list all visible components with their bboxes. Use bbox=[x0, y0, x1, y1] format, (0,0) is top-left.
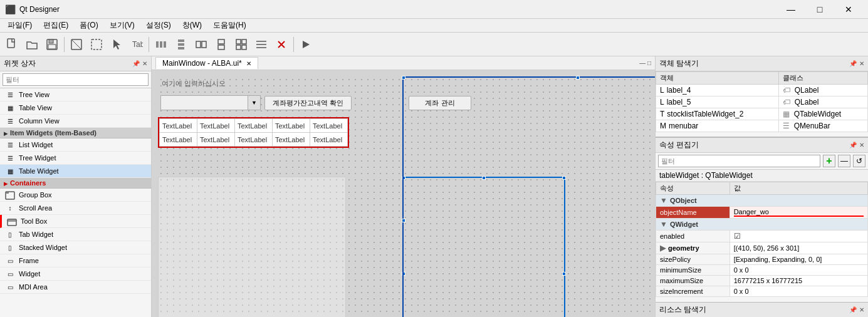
menu-help[interactable]: 도움말(H) bbox=[208, 19, 251, 32]
resource-close[interactable]: ✕ bbox=[859, 306, 864, 313]
prop-col-property: 속성 bbox=[656, 182, 730, 195]
list-item-stacked-widget[interactable]: ▯ Stacked Widget bbox=[0, 241, 151, 254]
prop-row-sizeincrement[interactable]: sizeIncrement 0 x 0 bbox=[656, 286, 868, 297]
expand-icon[interactable]: ▼ bbox=[660, 196, 667, 205]
list-item-widget[interactable]: ▭ Widget bbox=[0, 268, 151, 281]
table-widget-red-border[interactable]: TextLabel TextLabel TextLabel TextLabel … bbox=[158, 117, 349, 148]
table-cell: TextLabel bbox=[310, 133, 348, 147]
prop-row-sizepolicy[interactable]: sizePolicy [Expanding, Expanding, 0, 0] bbox=[656, 254, 868, 265]
handle-mr[interactable] bbox=[562, 272, 566, 276]
list-item-scroll-area[interactable]: ↕ Scroll Area bbox=[0, 202, 151, 215]
list-item[interactable]: ☰ List Widget bbox=[0, 138, 151, 152]
list-item-tool-box[interactable]: Tool Box bbox=[0, 215, 151, 228]
tab-order-button[interactable]: Tab bbox=[127, 35, 146, 54]
table-row[interactable]: Llabel_4 🏷 QLabel bbox=[656, 85, 868, 96]
handle-outer-ml[interactable] bbox=[402, 219, 405, 222]
list-item-group-box[interactable]: Group Box bbox=[0, 189, 151, 202]
svg-marker-28 bbox=[303, 41, 310, 48]
list-item[interactable]: ☰ Tree Widget bbox=[0, 152, 151, 165]
prop-row-minimumsize[interactable]: minimumSize 0 x 0 bbox=[656, 265, 868, 276]
widget-box-close[interactable]: ✕ bbox=[142, 60, 147, 67]
table-row[interactable]: Llabel_5 🏷 QLabel bbox=[656, 96, 868, 108]
save-button[interactable] bbox=[43, 35, 61, 54]
menu-form[interactable]: 폼(O) bbox=[75, 19, 103, 32]
deselect-button[interactable] bbox=[87, 35, 106, 54]
layout-h-button[interactable] bbox=[152, 35, 170, 54]
new-button[interactable] bbox=[3, 35, 21, 54]
layout-split-h-button[interactable] bbox=[192, 35, 211, 54]
list-item-tab-widget[interactable]: ▯ Tab Widget bbox=[0, 228, 151, 241]
preview-button[interactable] bbox=[296, 35, 315, 54]
select-button[interactable] bbox=[67, 35, 86, 54]
menu-window[interactable]: 창(W) bbox=[177, 19, 207, 32]
menu-settings[interactable]: 설정(S) bbox=[141, 19, 176, 32]
handle-ml[interactable] bbox=[402, 272, 405, 276]
list-item[interactable]: ☰ Column View bbox=[0, 115, 151, 128]
prop-editor-pin[interactable]: 📌 bbox=[849, 142, 857, 148]
property-subheader: tableWidget : QTableWidget bbox=[656, 170, 868, 182]
prop-editor-close[interactable]: ✕ bbox=[859, 142, 864, 148]
menu-view[interactable]: 보기(V) bbox=[105, 19, 140, 32]
widget-label: Stacked Widget bbox=[19, 244, 67, 251]
widget-label: Frame bbox=[19, 257, 39, 264]
prop-value[interactable] bbox=[729, 207, 867, 219]
open-button[interactable] bbox=[23, 35, 41, 54]
handle-tl[interactable] bbox=[402, 176, 405, 180]
table-row[interactable]: Mmenubar ☰ QMenuBar bbox=[656, 120, 868, 132]
pointer-button[interactable] bbox=[107, 35, 126, 54]
menu-edit[interactable]: 편집(E) bbox=[38, 19, 73, 32]
handle-tr[interactable] bbox=[562, 176, 566, 180]
layout-grid-button[interactable] bbox=[232, 35, 251, 54]
list-item-mdi-area[interactable]: ▭ MDI Area bbox=[0, 281, 151, 294]
combo-dropdown[interactable]: ▼ bbox=[248, 95, 261, 110]
prop-row-geometry[interactable]: ▶geometry [(410, 50), 256 x 301] bbox=[656, 242, 868, 254]
menu-file[interactable]: 파일(F) bbox=[3, 19, 37, 32]
prop-row-objectname[interactable]: objectName bbox=[656, 207, 868, 219]
canvas-frame-widget[interactable] bbox=[158, 177, 346, 317]
prop-row-maximumsize[interactable]: maximumSize 16777215 x 16777215 bbox=[656, 276, 868, 286]
layout-split-v-button[interactable] bbox=[212, 35, 231, 54]
obj-explorer-close[interactable]: ✕ bbox=[859, 60, 864, 67]
list-item[interactable]: ☰ Tree View bbox=[0, 88, 151, 101]
btn-account-manage[interactable]: 계좌 관리 bbox=[409, 96, 471, 110]
prop-name: enabled bbox=[656, 231, 730, 242]
property-reset-btn[interactable]: ↺ bbox=[853, 155, 865, 167]
minimize-button[interactable]: — bbox=[776, 0, 805, 19]
list-item-table-widget[interactable]: ▦ Table Widget bbox=[0, 165, 151, 178]
close-button[interactable]: ✕ bbox=[834, 0, 863, 19]
widget-label: Tree View bbox=[19, 91, 50, 98]
maximize-button[interactable]: □ bbox=[805, 0, 834, 19]
property-filter-input[interactable] bbox=[658, 155, 820, 167]
list-item-frame[interactable]: ▭ Frame bbox=[0, 254, 151, 268]
object-explorer: 객체 탐색기 📌 ✕ 객체 클래스 Llabel bbox=[656, 56, 868, 138]
svg-rect-14 bbox=[178, 47, 184, 49]
obj-explorer-pin[interactable]: 📌 bbox=[849, 60, 857, 67]
canvas-tab[interactable]: MainWindow - ALBA.ui* ✕ bbox=[155, 57, 258, 69]
obj-class: 🏷 QLabel bbox=[778, 96, 867, 108]
prop-name: sizeIncrement bbox=[656, 286, 730, 297]
prop-row-enabled[interactable]: enabled ☑ bbox=[656, 231, 868, 242]
expand-icon-2[interactable]: ▼ bbox=[660, 220, 667, 229]
combo-box[interactable] bbox=[160, 95, 248, 110]
list-item[interactable]: ▦ Table View bbox=[0, 101, 151, 115]
widget-box-header-icons: 📌 ✕ bbox=[132, 60, 147, 67]
layout-v-button[interactable] bbox=[172, 35, 191, 54]
layout-form-button[interactable] bbox=[252, 35, 271, 54]
handle-tm[interactable] bbox=[482, 176, 486, 180]
objectname-input[interactable] bbox=[734, 208, 864, 217]
qmenubar-icon: ☰ bbox=[783, 122, 790, 130]
widget-box-pin[interactable]: 📌 bbox=[132, 60, 140, 67]
enabled-checkbox[interactable]: ☑ bbox=[734, 232, 741, 241]
widget-filter-input[interactable] bbox=[3, 73, 149, 86]
property-add-btn[interactable]: + bbox=[823, 155, 835, 167]
prop-value: 16777215 x 16777215 bbox=[729, 276, 867, 286]
property-remove-btn[interactable]: — bbox=[838, 155, 850, 167]
break-layout-button[interactable] bbox=[272, 35, 291, 54]
btn-account-check[interactable]: 계좌평가잔고내역 확인 bbox=[264, 96, 352, 110]
resource-pin[interactable]: 📌 bbox=[849, 306, 857, 313]
table-cell: TextLabel bbox=[235, 119, 273, 133]
table-row[interactable]: TstocklistTableWidget_2 ▦ QTableWidget bbox=[656, 108, 868, 120]
canvas-area[interactable]: 여기에 입력하십시오 ▼ 계좌평가잔고내역 확인 계좌 관리 bbox=[152, 70, 655, 317]
canvas-tab-close[interactable]: ✕ bbox=[246, 60, 251, 67]
geometry-expand[interactable]: ▶ bbox=[660, 244, 666, 252]
